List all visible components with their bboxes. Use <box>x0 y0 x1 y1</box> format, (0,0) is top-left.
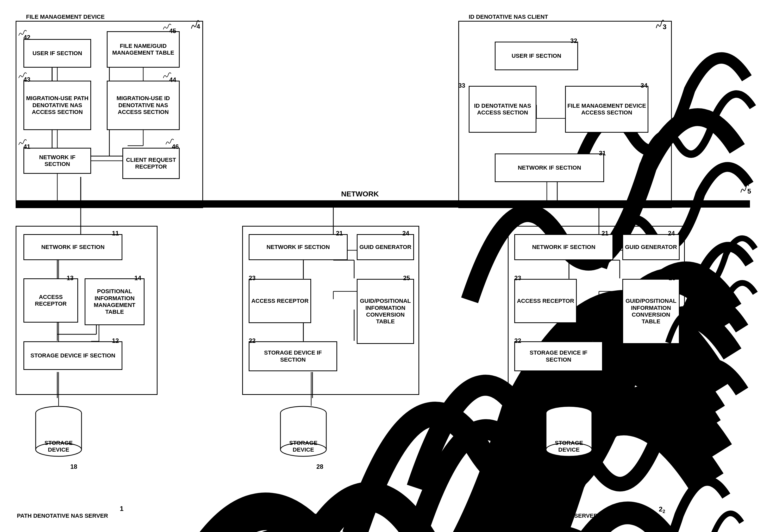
fmd-client-request-receptor: CLIENT REQUEST RECEPTOR <box>122 148 180 179</box>
file-management-device-label: FILE MANAGEMENT DEVICE <box>26 14 105 20</box>
nas-client-network-if-section: NETWORK IF SECTION <box>495 154 604 182</box>
fmd-migration-id-nas: MIGRATION-USE ID DENOTATIVE NAS ACCESS S… <box>107 81 180 130</box>
fmd-user-if-section: USER IF SECTION <box>23 39 91 67</box>
fmd-migration-path-nas: MIGRATION-USE PATH DENOTATIVE NAS ACCESS… <box>23 81 91 130</box>
fmd-network-if-section: NETWORK IF SECTION <box>23 148 91 174</box>
id-denotative-nas-client-label: ID DENOTATIVE NAS CLIENT <box>469 14 548 20</box>
pdn-server-storage-device-label: STORAGE DEVICE <box>35 440 82 453</box>
id-nas1-storage-device-label: STORAGE DEVICE <box>280 440 327 453</box>
fmd-file-name-guid-table: FILE NAME/GUID MANAGEMENT TABLE <box>107 31 180 67</box>
network-label: NETWORK <box>341 190 379 198</box>
id-nas2-storage-device-label: STORAGE DEVICE <box>545 440 592 453</box>
